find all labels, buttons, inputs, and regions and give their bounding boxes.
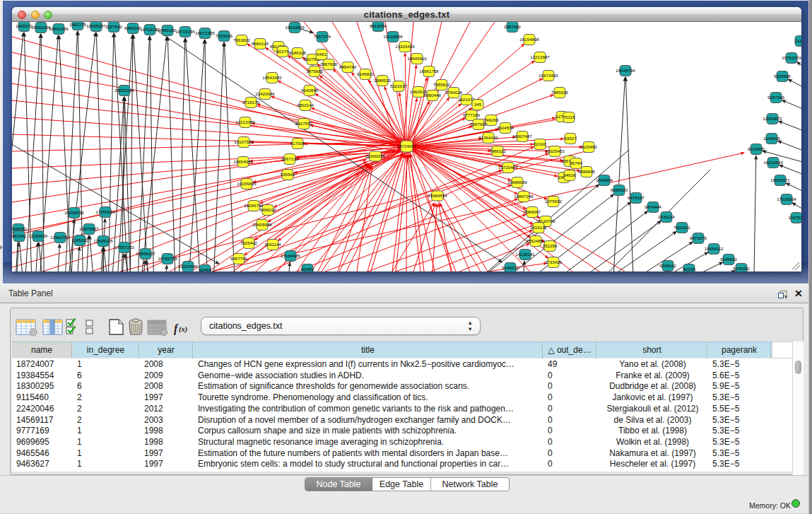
svg-text:92275: 92275 [276, 49, 289, 54]
svg-text:1167533: 1167533 [788, 215, 801, 220]
svg-text:9245652: 9245652 [720, 257, 738, 262]
svg-text:29053346: 29053346 [114, 88, 134, 93]
svg-text:20206536: 20206536 [64, 210, 84, 215]
svg-text:10654112: 10654112 [704, 246, 724, 251]
svg-text:8471676: 8471676 [690, 235, 707, 240]
svg-text:8813054: 8813054 [370, 23, 387, 28]
svg-text:6479197: 6479197 [628, 195, 645, 200]
svg-text:16671355: 16671355 [195, 30, 215, 35]
svg-text:17957253: 17957253 [114, 245, 134, 250]
svg-text:3267130: 3267130 [281, 156, 299, 161]
svg-text:10973493: 10973493 [539, 73, 558, 78]
svg-text:20691406: 20691406 [49, 26, 69, 31]
svg-text:10719155: 10719155 [175, 29, 195, 34]
svg-text:9777169: 9777169 [463, 112, 481, 117]
svg-text:16409948: 16409948 [252, 222, 272, 227]
svg-text:417006: 417006 [290, 141, 305, 146]
svg-text:2718176: 2718176 [242, 100, 260, 105]
svg-text:9115460: 9115460 [580, 144, 597, 149]
svg-text:95784: 95784 [570, 160, 582, 165]
svg-text:(x): (x) [179, 325, 187, 334]
svg-text:1640954: 1640954 [596, 177, 613, 182]
svg-text:16961758: 16961758 [419, 69, 439, 74]
svg-text:9457791: 9457791 [230, 256, 248, 261]
svg-text:16640910: 16640910 [407, 56, 427, 61]
svg-text:19384554: 19384554 [428, 193, 447, 198]
svg-text:22420046: 22420046 [255, 91, 275, 96]
svg-text:12023448: 12023448 [178, 264, 198, 269]
svg-text:6497568: 6497568 [470, 122, 488, 127]
svg-text:3624554: 3624554 [497, 125, 514, 130]
svg-text:18807249: 18807249 [514, 194, 534, 199]
svg-text:20975867: 20975867 [79, 226, 99, 231]
svg-text:7663822: 7663822 [233, 37, 251, 42]
svg-text:10107553: 10107553 [234, 139, 254, 144]
svg-text:92464: 92464 [199, 267, 211, 271]
svg-text:13325419: 13325419 [395, 44, 415, 49]
svg-text:9245012: 9245012 [659, 263, 677, 268]
svg-text:92450: 92450 [301, 267, 314, 271]
svg-text:1527602: 1527602 [105, 24, 123, 29]
svg-text:9245012: 9245012 [502, 265, 519, 270]
svg-text:f: f [174, 322, 179, 335]
svg-text:17164985: 17164985 [281, 253, 300, 258]
svg-text:53627: 53627 [564, 136, 577, 141]
svg-text:8660124: 8660124 [252, 41, 269, 46]
svg-text:8215955: 8215955 [748, 146, 765, 151]
svg-text:17016504: 17016504 [777, 197, 796, 201]
svg-text:8427552: 8427552 [295, 121, 313, 126]
svg-text:1615132: 1615132 [530, 225, 548, 230]
svg-text:1691144: 1691144 [264, 242, 281, 247]
svg-text:16048784: 16048784 [616, 68, 635, 73]
svg-text:12213987: 12213987 [530, 54, 550, 59]
svg-text:16154808: 16154808 [519, 37, 539, 42]
svg-text:10807487: 10807487 [512, 134, 532, 139]
svg-text:15751074: 15751074 [782, 55, 801, 60]
svg-text:16210643: 16210643 [763, 160, 783, 165]
svg-text:6466160: 6466160 [159, 28, 177, 33]
svg-text:9084067: 9084067 [524, 209, 541, 214]
svg-text:12942757: 12942757 [50, 235, 70, 240]
svg-text:1982175: 1982175 [69, 22, 87, 27]
svg-text:7986322: 7986322 [489, 148, 507, 153]
svg-text:391541: 391541 [12, 233, 27, 238]
svg-text:82159: 82159 [683, 267, 695, 271]
svg-text:8186328: 8186328 [289, 50, 307, 55]
svg-text:8938923: 8938923 [611, 187, 628, 192]
svg-text:3875685: 3875685 [306, 69, 324, 74]
svg-text:6794028: 6794028 [445, 90, 463, 95]
svg-text:19166825: 19166825 [237, 181, 257, 186]
svg-text:18524861: 18524861 [526, 238, 546, 243]
svg-text:10655287: 10655287 [86, 23, 106, 28]
svg-text:2987682: 2987682 [504, 24, 522, 29]
svg-text:9242848: 9242848 [301, 88, 319, 93]
svg-text:1145191: 1145191 [71, 238, 88, 243]
svg-text:1244415: 1244415 [763, 136, 781, 141]
svg-text:10958107: 10958107 [136, 251, 155, 256]
svg-text:9699695: 9699695 [578, 169, 596, 174]
svg-text:11172: 11172 [795, 38, 801, 43]
svg-text:535941: 535941 [281, 172, 295, 177]
svg-text:15720407: 15720407 [498, 165, 518, 170]
svg-text:10025453: 10025453 [545, 148, 565, 153]
svg-text:2867608: 2867608 [320, 62, 338, 66]
svg-text:7357274: 7357274 [314, 34, 331, 39]
svg-text:7625402: 7625402 [240, 240, 258, 245]
svg-text:9227349: 9227349 [767, 95, 785, 100]
svg-text:15692971: 15692971 [770, 177, 790, 182]
svg-text:5498222: 5498222 [259, 207, 277, 212]
svg-text:252254: 252254 [543, 243, 558, 248]
svg-text:94636: 94636 [563, 173, 576, 177]
svg-text:7515526: 7515526 [216, 33, 233, 38]
svg-text:12213389: 12213389 [235, 119, 255, 124]
svg-text:8990448: 8990448 [424, 93, 442, 98]
svg-text:16033809: 16033809 [285, 25, 305, 30]
svg-text:345: 345 [474, 102, 482, 107]
svg-text:1075692: 1075692 [545, 199, 563, 204]
svg-text:8454749: 8454749 [339, 64, 357, 69]
svg-text:21364436: 21364436 [478, 135, 498, 140]
svg-text:18724007: 18724007 [397, 144, 417, 148]
svg-text:16782759: 16782759 [158, 256, 177, 261]
svg-text:1588520: 1588520 [374, 78, 392, 83]
svg-text:10543382: 10543382 [262, 75, 282, 80]
